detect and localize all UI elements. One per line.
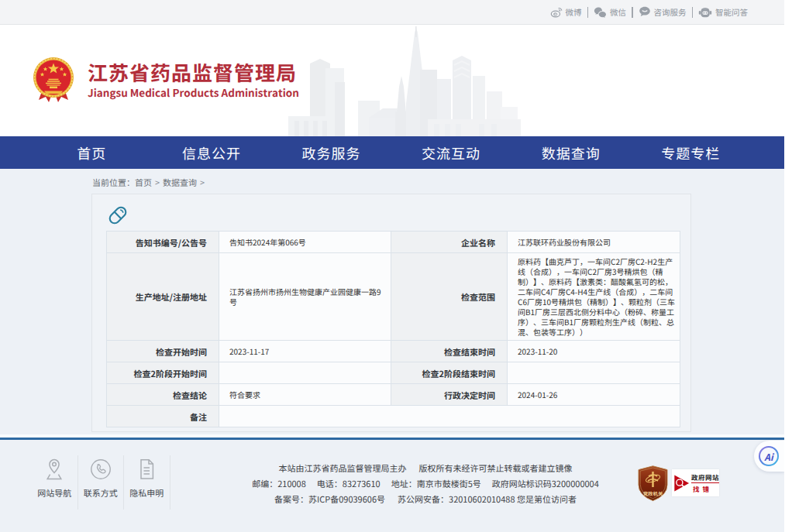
city-skyline-decoration <box>288 26 521 136</box>
table-row: 检查开始时间 2023-11-17 检查结束时间 2023-11-20 <box>107 341 680 362</box>
footer-links: 网站导航 联系方式 隐私申明 <box>32 455 170 510</box>
wechat-label: 微信 <box>610 6 626 18</box>
inspection-table: 告知书编号/公告号 告知书2024年第066号 企业名称 江苏联环药业股份有限公… <box>106 231 680 427</box>
weibo-icon <box>550 7 563 18</box>
phase2-end-label: 检查2阶段结束时间 <box>391 362 508 384</box>
breadcrumb-data-query-link[interactable]: 数据查询 <box>163 176 197 188</box>
consult-service-link[interactable]: 咨询服务 <box>639 6 687 18</box>
inspection-conclusion-label: 检查结论 <box>107 384 219 406</box>
wechat-link[interactable]: 微信 <box>594 6 626 18</box>
ai-assistant-pill: Ai <box>754 441 784 472</box>
inspection-conclusion-value: 符合要求 <box>219 384 391 406</box>
inspection-scope-value: 原料药【曲克芦丁，一车间C2厂房C2-H2生产线（合成），一车间C2厂房3号精烘… <box>508 253 680 341</box>
divider <box>587 7 589 18</box>
breadcrumb-separator: > <box>200 176 205 188</box>
party-gov-shield-badge[interactable]: 党政机关 <box>638 465 668 506</box>
utility-bar: 微博 微信 咨询服务 智能问答 <box>0 0 784 25</box>
footer-address: 地址：南京市鼓楼街5号 <box>391 477 481 489</box>
contact-link[interactable]: 联系方式 <box>78 455 125 510</box>
brand[interactable]: 江苏省药品监督管理局 Jiangsu Medical Products Admi… <box>33 57 299 105</box>
inspection-start-label: 检查开始时间 <box>107 341 219 362</box>
inspection-end-value: 2023-11-20 <box>508 341 680 362</box>
phase2-start-label: 检查2阶段开始时间 <box>107 362 219 384</box>
company-name-label: 企业名称 <box>391 232 508 253</box>
consult-service-label: 咨询服务 <box>654 6 687 18</box>
site-header: 江苏省药品监督管理局 Jiangsu Medical Products Admi… <box>0 25 784 136</box>
footer-icp: 备案号：苏ICP备09039606号 <box>274 493 385 505</box>
footer-zip: 邮编：210008 <box>252 477 306 489</box>
divider <box>692 7 694 18</box>
nav-item-interaction[interactable]: 交流互动 <box>391 136 511 169</box>
chat-bubble-icon <box>639 6 651 18</box>
footer: 网站导航 联系方式 隐私申明 本站由江苏省药品监督管理局主办版权所有未经许可禁止… <box>0 438 784 532</box>
footer-phone: 电话：83273610 <box>317 477 381 489</box>
map-pin-icon <box>43 458 66 481</box>
nav-item-gov-services[interactable]: 政务服务 <box>271 136 391 169</box>
nav-item-home[interactable]: 首页 <box>32 136 152 169</box>
find-error-badge-subtitle: 找错 <box>691 486 719 493</box>
contact-label: 联系方式 <box>78 486 124 499</box>
smart-qa-link[interactable]: 智能问答 <box>698 6 748 18</box>
footer-line-1: 本站由江苏省药品监督管理局主办版权所有未经许可禁止转载或者建立镜像 <box>195 460 656 475</box>
content-area: 当前位置：首页>数据查询> 告知书编号/公告号 告知书2024年第066号 企业… <box>0 169 784 438</box>
find-error-badge-title: 政府网站 <box>691 474 719 483</box>
site-map-label: 网站导航 <box>32 486 77 499</box>
footer-host: 本站由江苏省药品监督管理局主办 <box>279 462 407 474</box>
notice-number-value: 告知书2024年第066号 <box>219 232 391 253</box>
inspection-start-value: 2023-11-17 <box>219 341 391 362</box>
table-row: 检查2阶段开始时间 检查2阶段结束时间 <box>107 362 680 384</box>
admin-decision-date-value: 2024-01-26 <box>508 384 680 406</box>
smart-qa-label: 智能问答 <box>715 6 748 18</box>
weibo-link[interactable]: 微博 <box>550 6 582 18</box>
find-error-badge[interactable]: 政府网站 找错 <box>672 469 719 496</box>
find-error-flag-icon <box>673 473 690 493</box>
admin-decision-date-label: 行政决定时间 <box>391 384 508 406</box>
wechat-icon <box>594 7 607 18</box>
table-row: 生产地址/注册地址 江苏省扬州市扬州生物健康产业园健康一路9号 检查范围 原料药… <box>107 253 680 341</box>
site-map-link[interactable]: 网站导航 <box>32 455 78 510</box>
phase2-start-value <box>219 362 391 384</box>
footer-line-3: 备案号：苏ICP备09039606号苏公网安备：32010602010488 您… <box>195 491 656 506</box>
breadcrumb-separator: > <box>155 176 160 188</box>
remarks-value <box>219 406 680 427</box>
production-address-label: 生产地址/注册地址 <box>107 253 219 341</box>
divider <box>632 7 633 18</box>
remarks-label: 备注 <box>107 406 219 427</box>
table-row: 告知书编号/公告号 告知书2024年第066号 企业名称 江苏联环药业股份有限公… <box>107 232 680 253</box>
phone-icon <box>89 458 112 481</box>
inspection-scope-label: 检查范围 <box>391 253 508 341</box>
main-nav: 首页 信息公开 政务服务 交流互动 数据查询 专题专栏 <box>0 136 784 169</box>
company-name-value: 江苏联环药业股份有限公司 <box>508 232 680 253</box>
site-title: 江苏省药品监督管理局 <box>88 60 299 84</box>
footer-line-2: 邮编：210008电话：83273610地址：南京市鼓楼街5号政府网站标识码32… <box>195 475 656 491</box>
nav-item-special-topics[interactable]: 专题专栏 <box>631 136 751 169</box>
inspection-detail-card: 告知书编号/公告号 告知书2024年第066号 企业名称 江苏联环药业股份有限公… <box>91 194 691 432</box>
shield-icon: 党政机关 <box>638 465 668 502</box>
weibo-label: 微博 <box>566 6 582 18</box>
footer-copyright: 版权所有未经许可禁止转载或者建立镜像 <box>419 462 573 474</box>
robot-icon <box>698 6 712 18</box>
notice-number-label: 告知书编号/公告号 <box>107 232 219 253</box>
breadcrumb-home-link[interactable]: 首页 <box>135 176 152 188</box>
shield-badge-text: 党政机关 <box>643 490 663 497</box>
national-emblem-logo <box>33 57 74 105</box>
table-row: 检查结论 符合要求 行政决定时间 2024-01-26 <box>107 384 680 406</box>
document-icon <box>135 458 158 481</box>
privacy-link[interactable]: 隐私申明 <box>124 455 170 510</box>
footer-police-visitor: 苏公网安备：32010602010488 您是第位访问者 <box>398 493 577 505</box>
site-subtitle: Jiangsu Medical Products Administration <box>88 86 299 99</box>
inspection-end-label: 检查结束时间 <box>391 341 508 362</box>
scrollbar-track[interactable] <box>784 0 792 532</box>
breadcrumb: 当前位置：首页>数据查询> <box>92 176 208 188</box>
pill-icon <box>107 204 129 226</box>
ai-assistant-button[interactable]: Ai <box>759 446 779 466</box>
page: 微博 微信 咨询服务 智能问答 <box>0 0 784 532</box>
nav-item-data-query[interactable]: 数据查询 <box>511 136 631 169</box>
privacy-label: 隐私申明 <box>124 486 170 499</box>
footer-site-code: 政府网站标识码3200000004 <box>492 477 599 489</box>
phase2-end-value <box>508 362 680 384</box>
production-address-value: 江苏省扬州市扬州生物健康产业园健康一路9号 <box>219 253 391 341</box>
nav-item-info-disclosure[interactable]: 信息公开 <box>152 136 272 169</box>
breadcrumb-label: 当前位置： <box>92 176 135 188</box>
footer-text: 本站由江苏省药品监督管理局主办版权所有未经许可禁止转载或者建立镜像 邮编：210… <box>195 460 656 506</box>
